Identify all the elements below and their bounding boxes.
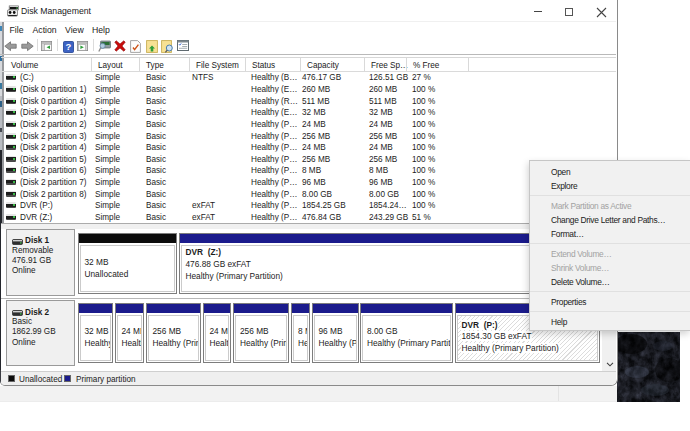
svg-text:?: ? — [66, 41, 72, 52]
